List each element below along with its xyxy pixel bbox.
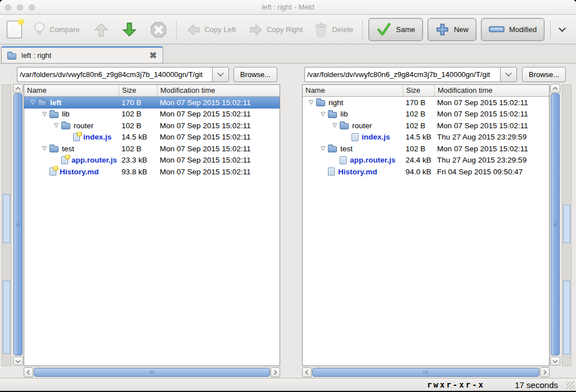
right-tree-row-test[interactable]: ▽test102 BMon 07 Sep 2015 15:02:11: [303, 143, 549, 155]
toolbar-overflow-button[interactable]: [560, 29, 565, 31]
right-tree-row-History.md[interactable]: History.md94.0 kBFri 04 Sep 2015 09:50:4…: [303, 166, 549, 178]
column-header-size[interactable]: Size: [403, 85, 434, 96]
row-name: app.router.js: [71, 156, 117, 164]
expander-icon[interactable]: ▽: [28, 100, 38, 105]
expander-icon[interactable]: ▽: [306, 100, 316, 105]
expander-icon[interactable]: ▽: [318, 111, 328, 117]
row-name: left: [50, 98, 61, 107]
permissions-text: rwxr-xr-x: [427, 379, 485, 391]
row-name: lib: [62, 110, 70, 118]
next-change-button[interactable]: [122, 22, 137, 37]
column-header-name[interactable]: Name: [303, 85, 403, 96]
folder-icon: [7, 53, 16, 60]
chevron-right-icon: [542, 370, 546, 375]
left-tree-row-index.js[interactable]: index.js14.5 kBMon 07 Sep 2015 15:02:11: [24, 132, 280, 143]
left-path-dropdown-button[interactable]: [212, 67, 229, 82]
expander-icon[interactable]: ▽: [39, 111, 50, 117]
left-horizontal-scrollbar[interactable]: [34, 368, 270, 377]
cell-size: 23.3 kB: [119, 156, 157, 164]
file-icon: [352, 133, 358, 141]
folder-icon: [38, 100, 47, 106]
new-document-icon: [7, 21, 22, 38]
right-path-input[interactable]: [304, 67, 500, 82]
tab-left-right[interactable]: left : right ✖: [1, 46, 163, 64]
same-label: Same: [396, 25, 415, 34]
expander-icon[interactable]: ▽: [51, 123, 61, 128]
expander-icon[interactable]: ▽: [39, 146, 50, 151]
left-scroll-right-button[interactable]: [271, 367, 280, 377]
cell-mtime: Mon 07 Sep 2015 15:02:11: [434, 98, 549, 107]
column-header-size[interactable]: Size: [119, 85, 157, 96]
left-vertical-scrollbar[interactable]: [14, 93, 22, 355]
compare-button[interactable]: Compare: [33, 21, 79, 38]
diff-chunk[interactable]: [563, 281, 570, 354]
left-tree-row-app.router.js[interactable]: app.router.js23.3 kBMon 07 Sep 2015 15:0…: [24, 155, 280, 166]
right-scroll-right-button[interactable]: [540, 367, 550, 377]
trash-icon: [314, 22, 328, 37]
left-scroll-down-button[interactable]: [13, 357, 23, 366]
column-header-mtime[interactable]: Modification time: [157, 85, 280, 96]
filter-modified-toggle[interactable]: Modified: [481, 18, 544, 41]
expander-icon[interactable]: ▽: [318, 146, 328, 151]
right-scroll-up-button[interactable]: [550, 84, 560, 93]
right-horizontal-scrollbar[interactable]: [312, 368, 539, 377]
toolbar: Compare Copy Left Copy Right Delete Same: [0, 15, 576, 44]
cell-size: 24.4 kB: [403, 156, 434, 164]
diff-chunk[interactable]: [3, 281, 10, 354]
modified-label: Modified: [509, 25, 537, 34]
folder-icon: [340, 123, 349, 129]
cell-size: 102 B: [119, 121, 157, 130]
right-vertical-scrollbar[interactable]: [551, 93, 560, 355]
copy-left-button[interactable]: Copy Left: [187, 24, 236, 36]
left-scroll-up-button[interactable]: [13, 84, 23, 93]
right-path-dropdown-button[interactable]: [500, 67, 517, 82]
right-tree-header: Name Size Modification time: [303, 85, 549, 97]
right-browse-button[interactable]: Browse...: [522, 67, 566, 82]
right-tree-row-router[interactable]: ▽router102 BMon 07 Sep 2015 15:02:11: [303, 120, 549, 132]
cell-size: 14.5 kB: [119, 133, 157, 141]
right-tree-row-lib[interactable]: ▽lib102 BMon 07 Sep 2015 15:02:11: [303, 109, 549, 120]
tab-close-icon[interactable]: ✖: [150, 51, 157, 60]
right-tree-row-right[interactable]: ▽right170 BMon 07 Sep 2015 15:02:11: [303, 97, 549, 109]
row-name: History.md: [60, 168, 99, 176]
right-scroll-down-button[interactable]: [550, 357, 560, 366]
filter-new-toggle[interactable]: New: [428, 18, 476, 41]
row-name: test: [340, 145, 353, 153]
left-tree-row-History.md[interactable]: History.md93.8 kBMon 07 Sep 2015 15:02:1…: [24, 166, 280, 178]
left-path-input[interactable]: [17, 67, 213, 82]
delete-button[interactable]: Delete: [314, 22, 353, 37]
left-diff-map[interactable]: [2, 84, 11, 366]
cell-mtime: Mon 07 Sep 2015 15:02:11: [157, 98, 280, 107]
filter-same-toggle[interactable]: Same: [368, 18, 423, 41]
row-name: test: [62, 145, 74, 153]
plus-icon: [435, 22, 449, 37]
stop-button[interactable]: [150, 21, 167, 38]
left-browse-button[interactable]: Browse...: [233, 67, 277, 82]
left-arrow-icon: [187, 24, 200, 36]
cell-name: ▽lib: [24, 109, 119, 120]
folder-icon: [316, 100, 325, 106]
right-diff-map[interactable]: [562, 84, 572, 366]
left-scroll-left-button[interactable]: [24, 367, 33, 377]
expander-icon[interactable]: ▽: [330, 123, 340, 128]
right-scroll-left-button[interactable]: [302, 367, 312, 377]
chevron-down-icon: [505, 70, 511, 76]
cell-mtime: Mon 07 Sep 2015 15:02:11: [157, 110, 280, 118]
right-tree-row-index.js[interactable]: index.js14.5 kBThu 27 Aug 2015 23:29:59: [303, 132, 549, 143]
left-tree-row-test[interactable]: ▽test102 BMon 07 Sep 2015 15:02:11: [24, 143, 280, 155]
column-header-mtime[interactable]: Modification time: [434, 85, 549, 96]
resize-grip[interactable]: [566, 381, 574, 389]
diff-chunk[interactable]: [3, 194, 10, 243]
diff-chunk[interactable]: [563, 205, 570, 243]
cell-mtime: Mon 07 Sep 2015 15:02:11: [434, 145, 549, 153]
copy-left-label: Copy Left: [204, 25, 236, 34]
cell-name: app.router.js: [303, 155, 403, 166]
left-tree-row-router[interactable]: ▽router102 BMon 07 Sep 2015 15:02:11: [24, 120, 280, 132]
new-comparison-button[interactable]: [7, 21, 22, 38]
left-tree-row-left[interactable]: ▽left170 BMon 07 Sep 2015 15:02:11: [24, 97, 280, 109]
previous-change-button[interactable]: [94, 22, 109, 37]
right-tree-row-app.router.js[interactable]: app.router.js24.4 kBThu 27 Aug 2015 23:2…: [303, 155, 549, 166]
left-tree-row-lib[interactable]: ▽lib102 BMon 07 Sep 2015 15:02:11: [24, 109, 280, 120]
column-header-name[interactable]: Name: [24, 85, 119, 96]
copy-right-button[interactable]: Copy Right: [249, 24, 303, 36]
